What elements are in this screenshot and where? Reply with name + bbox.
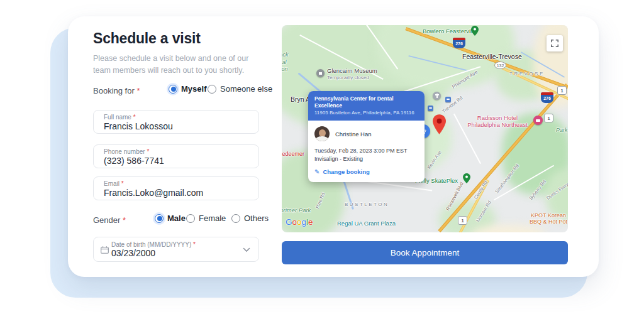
map-label-bustleton: BUSTLETON	[345, 202, 389, 207]
map-label-radisson: Radisson Hotel Philadelphia Northeast	[462, 114, 533, 128]
booking-card: Schedule a visit Please schedule a visit…	[68, 16, 599, 277]
radio-booking-myself[interactable]: Myself	[169, 84, 206, 94]
route-shield-us1: 1	[544, 114, 553, 122]
transit-icon[interactable]	[428, 105, 433, 111]
map-label-trevose: TREVOSE	[509, 71, 545, 77]
clinic-header: Pennsylvania Center for Dental Excellenc…	[308, 91, 425, 121]
map-label-redeemer: Redeemer	[282, 151, 304, 157]
map-fullscreen-button[interactable]	[547, 35, 563, 51]
change-booking-link[interactable]: ✎ Change booking	[314, 168, 418, 175]
route-shield-us1: 1	[458, 216, 467, 225]
gender-label: Gender *	[93, 215, 126, 225]
map-label-kpot: KPOT Korean BBQ & Hot Pot	[526, 212, 568, 225]
dob-value: 03/23/2000	[111, 248, 155, 258]
book-appointment-button[interactable]: Book Appointment	[282, 241, 568, 264]
full-name-field[interactable]: Full name *	[93, 110, 259, 134]
radio-icon[interactable]	[169, 85, 177, 94]
provider-name: Christine Han	[335, 131, 372, 138]
map-pin-red-icon[interactable]	[433, 114, 446, 134]
clinic-address: 11905 Bustleton Ave, Philadelphia, PA 19…	[314, 110, 418, 116]
required-asterisk: *	[193, 241, 196, 248]
required-asterisk: *	[123, 215, 126, 225]
radio-booking-someone-else[interactable]: Someone else	[208, 84, 272, 94]
route-shield-132: 132	[494, 62, 506, 69]
map-label-glencairn-status: Temporarily closed	[327, 75, 369, 80]
map-label-pennypack: nypack logical oration rust	[282, 51, 303, 81]
required-asterisk: *	[136, 86, 140, 95]
required-asterisk: *	[121, 180, 124, 187]
map-label-regal: Regal UA Grant Plaza	[337, 220, 396, 227]
radio-gender-male[interactable]: Male	[155, 214, 186, 223]
email-input[interactable]	[104, 188, 250, 198]
map-label-bowlero: Bowlero Feasterville	[423, 28, 477, 35]
pencil-icon: ✎	[314, 168, 319, 175]
appointment-treatment: Invisalign - Existing	[314, 156, 418, 162]
radio-icon[interactable]	[155, 214, 164, 223]
required-asterisk: *	[133, 114, 136, 121]
google-logo: Google	[286, 217, 313, 227]
map-label-glencairn: Glencairn Museum	[327, 67, 377, 74]
page-subtitle: Please schedule a visit below and one of…	[93, 53, 267, 77]
dob-field[interactable]: Date of birth (MM/DD/YYYY) * 03/23/2000	[93, 237, 259, 262]
radio-icon[interactable]	[186, 214, 195, 223]
radio-gender-others[interactable]: Others	[231, 214, 269, 223]
phone-input[interactable]	[104, 156, 250, 166]
calendar-icon	[101, 246, 109, 254]
clinic-name: Pennsylvania Center for Dental Excellenc…	[314, 95, 418, 109]
map-label-park: Park	[556, 127, 568, 133]
map-canvas[interactable]: 276 276 132 1 1 1 Bowlero Feasterville F…	[282, 25, 568, 232]
chevron-down-icon[interactable]	[243, 247, 250, 252]
radio-gender-female[interactable]: Female	[186, 214, 226, 223]
full-name-input[interactable]	[104, 121, 250, 132]
fullscreen-icon	[550, 39, 559, 48]
radio-icon[interactable]	[208, 85, 216, 94]
page-title: Schedule a visit	[93, 30, 201, 47]
radio-icon[interactable]	[231, 214, 240, 223]
church-icon[interactable]	[433, 92, 441, 100]
transit-icon[interactable]	[445, 97, 451, 102]
phone-field[interactable]: Phone number *	[93, 144, 259, 168]
route-shield-us1: 1	[557, 86, 567, 95]
museum-pin-icon[interactable]	[316, 69, 325, 77]
route-shield-i276: 276	[541, 92, 553, 103]
hotel-pin-icon[interactable]	[533, 116, 543, 125]
green-pin-icon[interactable]	[471, 26, 479, 36]
map-label-lorimer: Lorimer Park	[282, 207, 311, 214]
appointment-card: Pennsylvania Center for Dental Excellenc…	[308, 91, 425, 182]
route-shield-i276: 276	[453, 38, 465, 48]
green-pin-icon[interactable]	[463, 173, 470, 183]
map-label-feasterville: Feasterville-Trevose	[462, 53, 522, 60]
provider-avatar	[314, 126, 330, 141]
appointment-datetime: Tuesday, Feb 28, 2023 3:00 PM EST	[314, 148, 418, 154]
booking-for-label: Booking for *	[93, 86, 140, 95]
email-field[interactable]: Email *	[93, 176, 259, 200]
page: Schedule a visit Please schedule a visit…	[0, 0, 644, 319]
required-asterisk: *	[147, 148, 149, 155]
